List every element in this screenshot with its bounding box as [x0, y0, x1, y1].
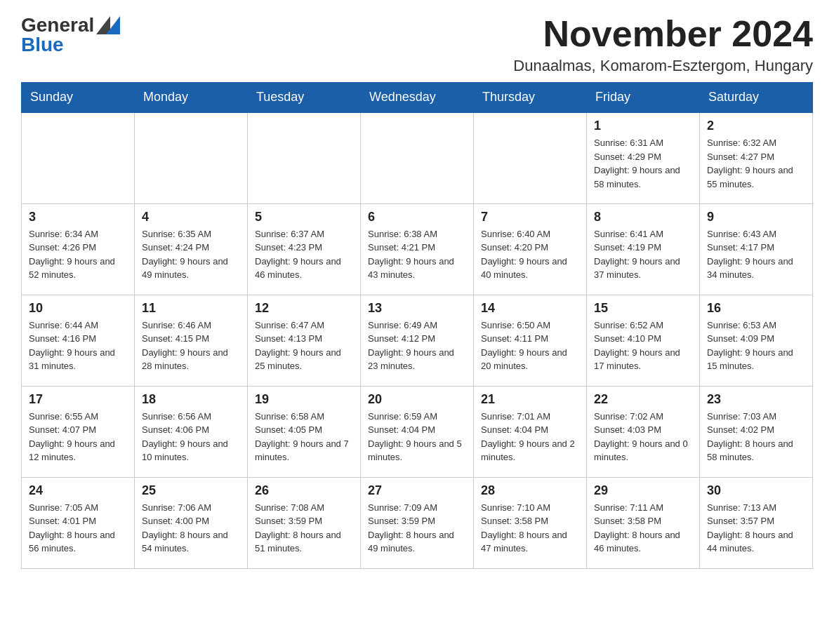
day-number: 20: [368, 392, 466, 407]
month-year-title: November 2024: [513, 14, 813, 54]
day-number: 5: [255, 210, 353, 224]
day-info: Sunrise: 6:35 AM Sunset: 4:24 PM Dayligh…: [142, 227, 240, 282]
calendar-week-row: 10Sunrise: 6:44 AM Sunset: 4:16 PM Dayli…: [22, 295, 813, 386]
weekday-header-thursday: Thursday: [474, 83, 587, 113]
day-number: 17: [29, 392, 127, 407]
day-info: Sunrise: 6:44 AM Sunset: 4:16 PM Dayligh…: [29, 318, 127, 373]
calendar-cell: 2Sunrise: 6:32 AM Sunset: 4:27 PM Daylig…: [700, 112, 813, 203]
day-info: Sunrise: 7:06 AM Sunset: 4:00 PM Dayligh…: [142, 501, 240, 556]
day-number: 3: [29, 210, 127, 224]
day-info: Sunrise: 7:09 AM Sunset: 3:59 PM Dayligh…: [368, 501, 466, 556]
day-number: 28: [481, 483, 579, 498]
calendar-cell: 5Sunrise: 6:37 AM Sunset: 4:23 PM Daylig…: [248, 203, 361, 295]
day-number: 9: [707, 210, 805, 224]
calendar-cell: 25Sunrise: 7:06 AM Sunset: 4:00 PM Dayli…: [135, 477, 248, 568]
day-info: Sunrise: 7:05 AM Sunset: 4:01 PM Dayligh…: [29, 501, 127, 556]
day-number: 29: [594, 483, 692, 498]
day-number: 1: [594, 119, 692, 133]
weekday-header-monday: Monday: [135, 83, 248, 113]
day-info: Sunrise: 6:47 AM Sunset: 4:13 PM Dayligh…: [255, 318, 353, 373]
weekday-header-row: SundayMondayTuesdayWednesdayThursdayFrid…: [22, 83, 813, 113]
title-area: November 2024 Dunaalmas, Komarom-Eszterg…: [513, 14, 813, 75]
calendar-cell: 7Sunrise: 6:40 AM Sunset: 4:20 PM Daylig…: [474, 203, 587, 295]
weekday-header-friday: Friday: [587, 83, 700, 113]
calendar-table: SundayMondayTuesdayWednesdayThursdayFrid…: [21, 82, 813, 569]
day-info: Sunrise: 6:34 AM Sunset: 4:26 PM Dayligh…: [29, 227, 127, 282]
day-number: 24: [29, 483, 127, 498]
day-info: Sunrise: 6:41 AM Sunset: 4:19 PM Dayligh…: [594, 227, 692, 282]
calendar-cell: 17Sunrise: 6:55 AM Sunset: 4:07 PM Dayli…: [22, 386, 135, 477]
calendar-cell: [361, 112, 474, 203]
day-number: 2: [707, 119, 805, 133]
calendar-cell: 4Sunrise: 6:35 AM Sunset: 4:24 PM Daylig…: [135, 203, 248, 295]
day-info: Sunrise: 6:49 AM Sunset: 4:12 PM Dayligh…: [368, 318, 466, 373]
day-info: Sunrise: 6:55 AM Sunset: 4:07 PM Dayligh…: [29, 410, 127, 464]
day-number: 8: [594, 210, 692, 224]
calendar-cell: 18Sunrise: 6:56 AM Sunset: 4:06 PM Dayli…: [135, 386, 248, 477]
calendar-cell: 13Sunrise: 6:49 AM Sunset: 4:12 PM Dayli…: [361, 295, 474, 386]
day-number: 11: [142, 301, 240, 316]
day-info: Sunrise: 6:32 AM Sunset: 4:27 PM Dayligh…: [707, 136, 805, 191]
day-number: 4: [142, 210, 240, 224]
day-number: 18: [142, 392, 240, 407]
day-info: Sunrise: 6:31 AM Sunset: 4:29 PM Dayligh…: [594, 136, 692, 191]
day-number: 23: [707, 392, 805, 407]
calendar-cell: 30Sunrise: 7:13 AM Sunset: 3:57 PM Dayli…: [700, 477, 813, 568]
calendar-week-row: 3Sunrise: 6:34 AM Sunset: 4:26 PM Daylig…: [22, 203, 813, 295]
day-number: 26: [255, 483, 353, 498]
calendar-cell: 20Sunrise: 6:59 AM Sunset: 4:04 PM Dayli…: [361, 386, 474, 477]
calendar-cell: 24Sunrise: 7:05 AM Sunset: 4:01 PM Dayli…: [22, 477, 135, 568]
calendar-cell: [135, 112, 248, 203]
calendar-week-row: 17Sunrise: 6:55 AM Sunset: 4:07 PM Dayli…: [22, 386, 813, 477]
weekday-header-wednesday: Wednesday: [361, 83, 474, 113]
day-number: 10: [29, 301, 127, 316]
calendar-cell: 14Sunrise: 6:50 AM Sunset: 4:11 PM Dayli…: [474, 295, 587, 386]
day-info: Sunrise: 7:10 AM Sunset: 3:58 PM Dayligh…: [481, 501, 579, 556]
day-info: Sunrise: 6:40 AM Sunset: 4:20 PM Dayligh…: [481, 227, 579, 282]
day-info: Sunrise: 7:11 AM Sunset: 3:58 PM Dayligh…: [594, 501, 692, 556]
calendar-cell: 22Sunrise: 7:02 AM Sunset: 4:03 PM Dayli…: [587, 386, 700, 477]
calendar-cell: 9Sunrise: 6:43 AM Sunset: 4:17 PM Daylig…: [700, 203, 813, 295]
calendar-cell: [474, 112, 587, 203]
day-number: 16: [707, 301, 805, 316]
calendar-cell: 28Sunrise: 7:10 AM Sunset: 3:58 PM Dayli…: [474, 477, 587, 568]
day-info: Sunrise: 7:03 AM Sunset: 4:02 PM Dayligh…: [707, 410, 805, 464]
day-number: 14: [481, 301, 579, 316]
day-number: 25: [142, 483, 240, 498]
calendar-cell: 15Sunrise: 6:52 AM Sunset: 4:10 PM Dayli…: [587, 295, 700, 386]
logo-triangle-blue: [106, 16, 120, 34]
calendar-cell: 29Sunrise: 7:11 AM Sunset: 3:58 PM Dayli…: [587, 477, 700, 568]
weekday-header-tuesday: Tuesday: [248, 83, 361, 113]
day-info: Sunrise: 6:50 AM Sunset: 4:11 PM Dayligh…: [481, 318, 579, 373]
calendar-cell: 8Sunrise: 6:41 AM Sunset: 4:19 PM Daylig…: [587, 203, 700, 295]
day-info: Sunrise: 6:52 AM Sunset: 4:10 PM Dayligh…: [594, 318, 692, 373]
day-number: 6: [368, 210, 466, 224]
calendar-cell: 12Sunrise: 6:47 AM Sunset: 4:13 PM Dayli…: [248, 295, 361, 386]
day-info: Sunrise: 6:38 AM Sunset: 4:21 PM Dayligh…: [368, 227, 466, 282]
day-number: 27: [368, 483, 466, 498]
calendar-cell: 6Sunrise: 6:38 AM Sunset: 4:21 PM Daylig…: [361, 203, 474, 295]
day-info: Sunrise: 6:56 AM Sunset: 4:06 PM Dayligh…: [142, 410, 240, 464]
day-number: 22: [594, 392, 692, 407]
day-number: 15: [594, 301, 692, 316]
logo: General Blue: [21, 14, 120, 56]
day-info: Sunrise: 6:46 AM Sunset: 4:15 PM Dayligh…: [142, 318, 240, 373]
logo-blue-text: Blue: [21, 34, 64, 55]
day-info: Sunrise: 7:13 AM Sunset: 3:57 PM Dayligh…: [707, 501, 805, 556]
calendar-cell: 1Sunrise: 6:31 AM Sunset: 4:29 PM Daylig…: [587, 112, 700, 203]
calendar-cell: 11Sunrise: 6:46 AM Sunset: 4:15 PM Dayli…: [135, 295, 248, 386]
calendar-cell: 19Sunrise: 6:58 AM Sunset: 4:05 PM Dayli…: [248, 386, 361, 477]
day-info: Sunrise: 7:08 AM Sunset: 3:59 PM Dayligh…: [255, 501, 353, 556]
calendar-cell: 16Sunrise: 6:53 AM Sunset: 4:09 PM Dayli…: [700, 295, 813, 386]
day-info: Sunrise: 6:59 AM Sunset: 4:04 PM Dayligh…: [368, 410, 466, 464]
calendar-cell: 3Sunrise: 6:34 AM Sunset: 4:26 PM Daylig…: [22, 203, 135, 295]
calendar-cell: [22, 112, 135, 203]
calendar-cell: [248, 112, 361, 203]
day-info: Sunrise: 6:37 AM Sunset: 4:23 PM Dayligh…: [255, 227, 353, 282]
day-number: 12: [255, 301, 353, 316]
calendar-cell: 27Sunrise: 7:09 AM Sunset: 3:59 PM Dayli…: [361, 477, 474, 568]
day-info: Sunrise: 6:43 AM Sunset: 4:17 PM Dayligh…: [707, 227, 805, 282]
day-number: 19: [255, 392, 353, 407]
day-number: 30: [707, 483, 805, 498]
calendar-week-row: 24Sunrise: 7:05 AM Sunset: 4:01 PM Dayli…: [22, 477, 813, 568]
